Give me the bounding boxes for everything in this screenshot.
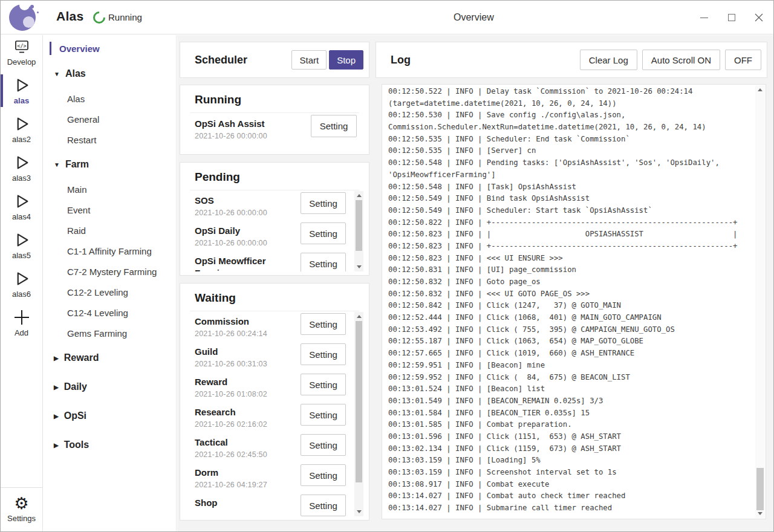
setting-button[interactable]: Setting (301, 343, 346, 365)
task-next-run-time: 2021-10-26 00:31:03 (195, 358, 302, 369)
setting-button[interactable]: Setting (301, 434, 346, 456)
rail-item-profile[interactable]: alas5 (1, 226, 42, 265)
menu-item[interactable]: Alas (43, 59, 176, 88)
setting-button[interactable]: Setting (301, 192, 346, 214)
rail-item-label: Develop (7, 57, 36, 66)
rail-item-profile[interactable]: alas6 (1, 265, 42, 303)
triangle-down-icon (758, 512, 763, 517)
task-row: Commission 2021-10-26 00:24:14 Setting (180, 312, 369, 342)
task-next-run-time: 2021-10-26 04:19:27 (195, 479, 302, 490)
task-next-run-time: 2021-10-26 00:00:00 (195, 207, 302, 218)
log-line: 00:13:08.917 | INFO | Combat execute (388, 479, 751, 491)
menu-item[interactable]: Event (43, 199, 176, 220)
menu-item[interactable]: Alas (43, 88, 176, 109)
menu-item-label: C7-2 Mystery Farming (67, 267, 157, 277)
app-logo-icon (9, 4, 36, 31)
menu-item-label: General (67, 114, 99, 125)
setting-button[interactable]: Setting (301, 404, 346, 426)
scroll-down-button[interactable] (354, 508, 363, 516)
menu-item[interactable]: C12-2 Leveling (43, 282, 176, 302)
setting-button[interactable]: Setting (301, 464, 346, 486)
task-name: Guild (195, 346, 302, 358)
play-icon (13, 76, 31, 94)
start-button[interactable]: Start (291, 50, 327, 70)
scroll-down-button[interactable] (755, 510, 765, 518)
log-line: 00:12:50.535 | INFO | [Server] cn (388, 145, 751, 157)
pending-scrollbar[interactable] (354, 191, 363, 271)
log-line: 00:12:50.549 | INFO | Scheduler: Start t… (388, 205, 751, 217)
rail-item-profile[interactable]: alas (1, 71, 42, 110)
stop-button[interactable]: Stop (329, 50, 363, 70)
scroll-thumb[interactable] (356, 321, 362, 482)
rail-item-profile[interactable]: alas4 (1, 187, 42, 226)
task-row: OpSi Ash Assist 2021-10-26 00:00:00 Sett… (180, 113, 369, 143)
task-row: Guild 2021-10-26 00:31:03 Setting (180, 342, 369, 372)
menu-item[interactable]: C7-2 Mystery Farming (43, 261, 176, 282)
scroll-thumb[interactable] (756, 468, 764, 510)
menu-item-label: Alas (67, 94, 85, 104)
scroll-up-button[interactable] (755, 85, 765, 94)
task-name: SOS (195, 195, 302, 207)
log-lines: 00:12:50.522 | INFO | Delay task `Commis… (388, 86, 751, 514)
profile-rail: </> Develop alas alas2 (1, 35, 43, 531)
rail-item-add[interactable]: Add (1, 303, 42, 342)
rail-item-profile[interactable]: alas2 (1, 110, 42, 149)
log-line: 00:13:01.584 | INFO | [BEACON_TIER 0.035… (388, 407, 751, 420)
rail-item-develop[interactable]: </> Develop (1, 35, 42, 71)
scheduler-title: Scheduler (195, 54, 291, 66)
rail-item-label: alas3 (12, 174, 31, 183)
triangle-down-icon (357, 265, 362, 271)
log-line: 00:13:02.134 | INFO | Click (1159, 673) … (388, 443, 751, 455)
menu-item[interactable]: Reward (43, 343, 176, 372)
minimize-icon (700, 18, 708, 18)
log-line: 00:13:14.027 | INFO | Combat auto check … (388, 490, 751, 502)
pending-task-list: SOS 2021-10-26 00:00:00 Setting OpSi Dai… (180, 191, 369, 271)
log-line: 00:12:53.492 | INFO | Click ( 755, 395) … (388, 324, 751, 336)
rail-item-label: alas2 (12, 135, 31, 144)
rail-item-profile[interactable]: alas3 (1, 149, 42, 187)
maximize-button[interactable] (718, 1, 745, 34)
menu-item[interactable]: Main (43, 179, 176, 199)
menu-item[interactable]: OpSi (43, 401, 176, 430)
scroll-thumb[interactable] (356, 200, 362, 251)
waiting-scrollbar[interactable] (354, 312, 363, 516)
task-next-run-time: 2021-10-26 00:24:14 (195, 328, 302, 339)
autoscroll-on-button[interactable]: Auto Scroll ON (642, 50, 720, 70)
setting-button[interactable]: Setting (301, 374, 346, 395)
menu-item[interactable]: Tools (43, 430, 176, 459)
menu-item[interactable]: General (43, 109, 176, 129)
task-name: Research (195, 406, 302, 418)
menu-item[interactable]: C12-4 Leveling (43, 302, 176, 323)
autoscroll-off-button[interactable]: OFF (725, 50, 761, 70)
task-next-run-time: 2021-10-26 01:08:02 (195, 389, 302, 400)
log-line: 00:12:50.549 | INFO | Bind task OpsiAshA… (388, 193, 751, 205)
task-next-run-time: 2021-10-26 02:45:50 (195, 449, 302, 460)
titlebar: Alas Running Overview (1, 1, 773, 34)
menu-item[interactable]: Farm (43, 150, 176, 179)
log-line: 00:13:01.585 | INFO | Combat preparation… (388, 419, 751, 431)
scroll-up-button[interactable] (354, 191, 363, 199)
menu-item[interactable]: C1-1 Affinity Farming (43, 241, 176, 261)
menu-item[interactable]: Restart (43, 129, 176, 150)
scroll-up-button[interactable] (354, 312, 363, 320)
close-button[interactable] (745, 1, 772, 34)
setting-button[interactable]: Setting (311, 115, 357, 137)
clear-log-button[interactable]: Clear Log (580, 50, 637, 70)
waiting-task-list: Commission 2021-10-26 00:24:14 Setting G… (180, 312, 369, 516)
scroll-down-button[interactable] (354, 263, 363, 271)
minimize-button[interactable] (691, 1, 718, 34)
triangle-up-icon (357, 192, 362, 197)
menu-item[interactable]: Gems Farming (43, 323, 176, 343)
setting-button[interactable]: Setting (301, 222, 346, 244)
menu-item[interactable]: Overview (43, 37, 176, 59)
rail-item-settings[interactable]: ⚙ Settings (1, 490, 42, 528)
setting-button[interactable]: Setting (301, 253, 346, 271)
menu-item[interactable]: Raid (43, 220, 176, 241)
setting-button[interactable]: Setting (301, 495, 346, 516)
log-scrollbar[interactable] (755, 85, 765, 518)
maximize-icon (728, 14, 735, 21)
setting-button[interactable]: Setting (301, 313, 346, 335)
log-line: 00:12:50.831 | INFO | [UI] page_commissi… (388, 264, 751, 276)
log-title: Log (391, 54, 580, 66)
menu-item[interactable]: Daily (43, 372, 176, 401)
